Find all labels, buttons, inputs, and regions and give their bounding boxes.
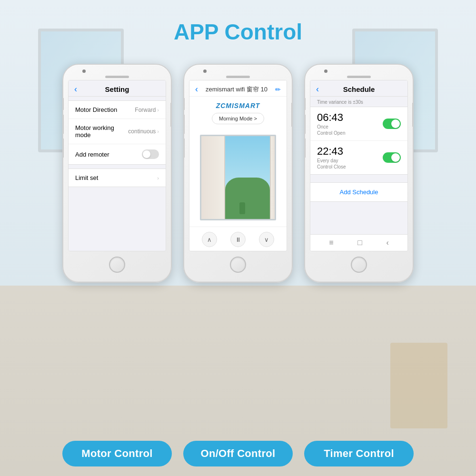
brand-logo-text: ZCMISMART xyxy=(216,102,260,109)
curtain-open-button[interactable]: ∧ xyxy=(202,232,217,247)
phone-timer: ‹ Schedule Time variance is ±30s 06:43 O… xyxy=(304,64,414,283)
window-illustration xyxy=(200,135,276,220)
curtain-screen: ‹ zemismart wifi 窗帘 10 ✏ ZCMISMART Morni… xyxy=(189,80,287,251)
timer-control-label: Timer Control xyxy=(304,441,414,466)
phone2-screen: ‹ zemismart wifi 窗帘 10 ✏ ZCMISMART Morni… xyxy=(189,80,287,251)
curtain-logo: ZCMISMART xyxy=(189,97,287,113)
setting-row-remoter: Add remoter xyxy=(69,144,166,164)
schedule-screen: ‹ Schedule Time variance is ±30s 06:43 O… xyxy=(310,80,407,251)
nav-home-icon[interactable]: □ xyxy=(357,238,362,247)
page-title: APP Control xyxy=(174,19,302,45)
motor-direction-value: Forward xyxy=(135,107,156,113)
schedule-item-2-freq: Every day xyxy=(317,158,346,163)
curtain-nav: ‹ zemismart wifi 窗帘 10 ✏ xyxy=(189,80,287,97)
remoter-toggle[interactable] xyxy=(142,149,159,159)
phone1-home-button[interactable] xyxy=(109,257,125,273)
phone3-bottom xyxy=(305,251,413,278)
schedule-item-1-time: 06:43 xyxy=(317,112,345,123)
page-container: APP Control ‹ Setting xyxy=(0,0,476,476)
curtain-panel-right xyxy=(270,136,275,219)
motor-mode-label: Motor working mode xyxy=(75,124,128,139)
curtain-controls: ∧ ⏸ ∨ xyxy=(189,227,287,251)
phone3-top-bar xyxy=(305,65,413,80)
schedule-nav: ‹ Schedule xyxy=(310,80,407,97)
schedule-item-2-toggle[interactable] xyxy=(383,152,401,163)
curtain-nav-title: zemismart wifi 窗帘 10 xyxy=(206,85,268,94)
setting-nav: ‹ Setting xyxy=(69,80,166,97)
window-cactus xyxy=(239,202,245,214)
curtain-back-arrow[interactable]: ‹ xyxy=(195,84,198,94)
onoff-control-label: On/Off Control xyxy=(183,441,293,466)
setting-row-motor-mode[interactable]: Motor working mode continuous › xyxy=(69,119,166,144)
phone1-screen: ‹ Setting Motor Direction Forward › M xyxy=(68,80,166,251)
phone2-home-button[interactable] xyxy=(230,257,246,273)
phone1-bottom xyxy=(63,251,171,278)
setting-screen: ‹ Setting Motor Direction Forward › M xyxy=(69,80,166,251)
schedule-variance-text: Time variance is ±30s xyxy=(310,97,407,107)
window-tree xyxy=(225,178,270,219)
curtain-pause-button[interactable]: ⏸ xyxy=(230,232,246,247)
schedule-back-arrow[interactable]: ‹ xyxy=(316,84,319,94)
phone2-speaker xyxy=(226,76,250,78)
setting-back-arrow[interactable]: ‹ xyxy=(74,84,77,94)
schedule-item-1-action: Control Open xyxy=(317,130,345,136)
add-schedule-button[interactable]: Add Schedule xyxy=(310,182,407,202)
nav-back-icon[interactable]: ‹ xyxy=(386,238,388,247)
schedule-list: 06:43 Once Control Open 22:43 Every day … xyxy=(310,107,407,175)
curtain-panel-left xyxy=(201,136,225,219)
setting-section2: Limit set › xyxy=(69,169,166,187)
schedule-item-1-info: 06:43 Once Control Open xyxy=(317,112,345,136)
phones-container: ‹ Setting Motor Direction Forward › M xyxy=(14,64,462,427)
motor-mode-chevron: › xyxy=(157,129,159,134)
limit-chevron: › xyxy=(157,175,159,181)
curtain-window-area xyxy=(189,128,287,227)
window-frame xyxy=(200,135,276,220)
setting-row-limit[interactable]: Limit set › xyxy=(69,169,166,187)
curtain-edit-icon[interactable]: ✏ xyxy=(275,86,281,93)
limit-label: Limit set xyxy=(75,174,98,181)
schedule-item-2-info: 22:43 Every day Control Close xyxy=(317,146,346,169)
phone-motor: ‹ Setting Motor Direction Forward › M xyxy=(62,64,172,283)
nav-menu-icon[interactable]: ≡ xyxy=(329,238,333,247)
schedule-item-1-freq: Once xyxy=(317,124,345,129)
schedule-item-2-time: 22:43 xyxy=(317,146,346,157)
phone2-camera xyxy=(203,69,207,73)
phone-onoff: ‹ zemismart wifi 窗帘 10 ✏ ZCMISMART Morni… xyxy=(183,64,293,283)
schedule-screen-title: Schedule xyxy=(343,85,375,93)
phone1-top-bar xyxy=(63,65,171,80)
schedule-item-2-action: Control Close xyxy=(317,164,346,169)
phone3-speaker xyxy=(347,76,371,78)
setting-section1: Motor Direction Forward › Motor working … xyxy=(69,100,166,165)
motor-direction-chevron: › xyxy=(157,107,159,113)
curtain-close-button[interactable]: ∨ xyxy=(259,232,274,247)
schedule-item-1[interactable]: 06:43 Once Control Open xyxy=(310,107,407,141)
phone3-screen: ‹ Schedule Time variance is ±30s 06:43 O… xyxy=(310,80,408,251)
phone3-camera xyxy=(324,69,327,73)
motor-control-label: Motor Control xyxy=(62,441,172,466)
labels-container: Motor Control On/Off Control Timer Contr… xyxy=(14,441,462,466)
phone1-camera xyxy=(82,69,86,73)
schedule-item-2[interactable]: 22:43 Every day Control Close xyxy=(310,141,407,174)
schedule-item-1-toggle[interactable] xyxy=(383,119,401,129)
phone2-bottom xyxy=(184,251,292,278)
setting-row-motor-direction[interactable]: Motor Direction Forward › xyxy=(69,101,166,119)
motor-mode-value: continuous xyxy=(128,128,156,135)
schedule-bottom-nav: ≡ □ ‹ xyxy=(310,234,407,251)
remoter-label: Add remoter xyxy=(75,151,109,158)
mode-button[interactable]: Morning Mode > xyxy=(212,113,264,124)
motor-direction-label: Motor Direction xyxy=(75,106,117,113)
phone3-home-button[interactable] xyxy=(351,257,367,273)
phone2-top-bar xyxy=(184,65,292,80)
setting-screen-title: Setting xyxy=(105,85,129,93)
phone1-speaker xyxy=(105,76,129,78)
